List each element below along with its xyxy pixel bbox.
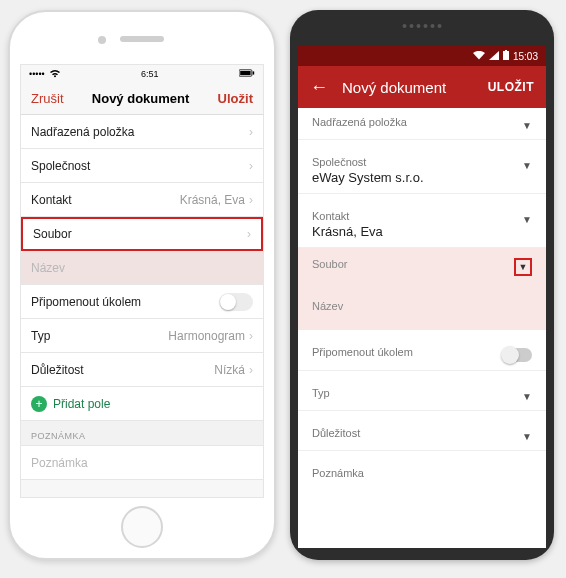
row-type[interactable]: Typ Harmonogram›	[21, 319, 263, 353]
android-status-bar: 15:03	[298, 46, 546, 66]
android-speaker-grill	[403, 24, 442, 28]
row-parent-item[interactable]: Nadřazená položka ›	[21, 115, 263, 149]
row-add-field[interactable]: + Přidat pole	[21, 387, 263, 421]
svg-rect-4	[505, 50, 507, 51]
dropdown-icon: ▼	[522, 391, 532, 402]
signal-icon	[489, 51, 499, 62]
ios-status-bar: ••••• 6:51	[21, 65, 263, 83]
svg-rect-1	[240, 71, 250, 75]
row-label: Kontakt	[31, 193, 72, 207]
field-label: Název	[312, 300, 343, 312]
field-label: Společnost	[312, 156, 424, 168]
section-header-note: POZNÁMKA	[21, 421, 263, 446]
field-label: Soubor	[312, 258, 347, 270]
dropdown-icon: ▼	[522, 431, 532, 442]
chevron-right-icon: ›	[249, 125, 253, 139]
field-value: eWay System s.r.o.	[312, 170, 424, 185]
dropdown-icon: ▼	[522, 160, 532, 171]
save-button[interactable]: ULOŽIT	[488, 80, 534, 94]
field-value: Krásná, Eva	[312, 224, 383, 239]
iphone-speaker	[120, 36, 164, 42]
row-file[interactable]: Soubor ›	[21, 217, 263, 251]
row-company[interactable]: Společnost ›	[21, 149, 263, 183]
status-time: 15:03	[513, 51, 538, 62]
field-label: Připomenout úkolem	[312, 346, 413, 358]
page-title: Nový dokument	[92, 91, 190, 106]
row-label: Typ	[31, 329, 50, 343]
note-field[interactable]: Poznámka	[21, 446, 263, 480]
field-contact[interactable]: Kontakt Krásná, Eva ▼	[298, 202, 546, 247]
svg-rect-3	[503, 51, 509, 60]
field-name[interactable]: Název	[298, 290, 546, 330]
android-device-frame: 15:03 ← Nový dokument ULOŽIT Nadřazená p…	[290, 10, 554, 560]
svg-rect-2	[253, 71, 255, 74]
status-time: 6:51	[141, 69, 159, 79]
field-label: Nadřazená položka	[312, 116, 407, 128]
dropdown-icon: ▼	[522, 120, 532, 131]
row-name-placeholder[interactable]: Název	[21, 251, 263, 285]
field-label: Poznámka	[312, 467, 364, 479]
battery-icon	[239, 69, 255, 79]
android-app-bar: ← Nový dokument ULOŽIT	[298, 66, 546, 108]
row-value: Nízká	[214, 363, 245, 377]
ios-form-list: Nadřazená položka › Společnost › Kontakt…	[21, 115, 263, 480]
field-file[interactable]: Soubor ▼	[298, 248, 546, 290]
field-type[interactable]: Typ ▼	[298, 379, 546, 410]
field-importance[interactable]: Důležitost ▼	[298, 419, 546, 450]
add-field-label: Přidat pole	[53, 397, 110, 411]
wifi-icon	[473, 51, 485, 62]
field-label: Typ	[312, 387, 330, 399]
row-label: Důležitost	[31, 363, 84, 377]
battery-icon	[503, 50, 509, 62]
plus-circle-icon: +	[31, 396, 47, 412]
home-button[interactable]	[121, 506, 163, 548]
field-label: Důležitost	[312, 427, 360, 439]
chevron-right-icon: ›	[249, 329, 253, 343]
switch-toggle[interactable]	[219, 293, 253, 311]
save-button[interactable]: Uložit	[218, 91, 253, 106]
dropdown-icon: ▼	[522, 214, 532, 225]
row-label: Soubor	[33, 227, 72, 241]
iphone-screen: ••••• 6:51 Zrušit Nový dokument Uložit	[20, 64, 264, 498]
row-label: Připomenout úkolem	[31, 295, 141, 309]
field-parent-item[interactable]: Nadřazená položka ▼	[298, 108, 546, 139]
page-title: Nový dokument	[342, 79, 446, 96]
cancel-button[interactable]: Zrušit	[31, 91, 64, 106]
field-company[interactable]: Společnost eWay System s.r.o. ▼	[298, 148, 546, 193]
iphone-camera-dot	[98, 36, 106, 44]
placeholder-text: Poznámka	[31, 456, 88, 470]
row-contact[interactable]: Kontakt Krásná, Eva›	[21, 183, 263, 217]
chevron-right-icon: ›	[247, 227, 251, 241]
field-label: Kontakt	[312, 210, 383, 222]
chevron-right-icon: ›	[249, 159, 253, 173]
chevron-right-icon: ›	[249, 193, 253, 207]
row-label: Společnost	[31, 159, 90, 173]
dropdown-highlighted-icon[interactable]: ▼	[514, 258, 532, 276]
row-value: Harmonogram	[168, 329, 245, 343]
field-note[interactable]: Poznámka	[298, 459, 546, 487]
back-arrow-icon[interactable]: ←	[310, 77, 328, 98]
signal-dots-icon: •••••	[29, 69, 45, 79]
placeholder-text: Název	[31, 261, 65, 275]
field-remind-task[interactable]: Připomenout úkolem	[298, 338, 546, 370]
chevron-right-icon: ›	[249, 363, 253, 377]
row-label: Nadřazená položka	[31, 125, 134, 139]
wifi-icon	[49, 69, 61, 80]
switch-toggle[interactable]	[502, 348, 532, 362]
android-screen: 15:03 ← Nový dokument ULOŽIT Nadřazená p…	[298, 46, 546, 548]
iphone-device-frame: ••••• 6:51 Zrušit Nový dokument Uložit	[8, 10, 276, 560]
row-value: Krásná, Eva	[180, 193, 245, 207]
row-remind-task[interactable]: Připomenout úkolem	[21, 285, 263, 319]
ios-nav-bar: Zrušit Nový dokument Uložit	[21, 83, 263, 115]
android-form-body: Nadřazená položka ▼ Společnost eWay Syst…	[298, 108, 546, 548]
row-importance[interactable]: Důležitost Nízká›	[21, 353, 263, 387]
